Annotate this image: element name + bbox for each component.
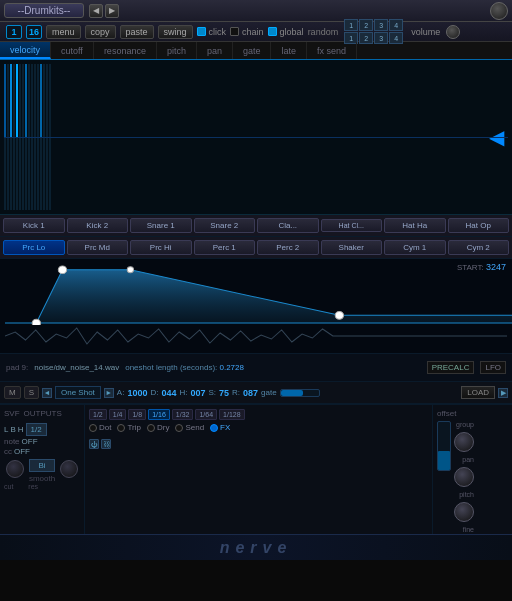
tab-gate[interactable]: gate xyxy=(233,42,272,59)
pad-snare2[interactable]: Snare 2 xyxy=(194,218,256,233)
num-cell-7[interactable]: 3 xyxy=(374,32,388,44)
note-row: note OFF xyxy=(4,437,80,446)
step-1-4[interactable]: 1/4 xyxy=(109,409,127,420)
waveform-area[interactable]: START: 3247 xyxy=(0,259,512,354)
seq-cell[interactable] xyxy=(4,64,6,137)
pad-shaker[interactable]: Shaker xyxy=(321,240,383,255)
dot-radio[interactable] xyxy=(89,424,97,432)
lfo-button[interactable]: LFO xyxy=(480,361,506,374)
prev-mode-button[interactable]: ◄ xyxy=(42,388,52,398)
global-checkbox[interactable] xyxy=(268,27,277,36)
pad-snare1[interactable]: Snare 1 xyxy=(130,218,192,233)
power-icon[interactable]: ⏻ xyxy=(89,439,99,449)
tab-late[interactable]: late xyxy=(271,42,307,59)
fx-radio[interactable] xyxy=(210,424,218,432)
chain-label: chain xyxy=(242,27,264,37)
tab-fx-send[interactable]: fx send xyxy=(307,42,357,59)
seq-cell-active[interactable] xyxy=(10,64,12,137)
tab-resonance[interactable]: resonance xyxy=(94,42,157,59)
pad-kick2[interactable]: Kick 2 xyxy=(67,218,129,233)
num-cell-3[interactable]: 3 xyxy=(374,19,388,31)
trip-radio[interactable] xyxy=(117,424,125,432)
group-label: group xyxy=(456,421,474,428)
load-button[interactable]: LOAD xyxy=(461,386,495,399)
precalc-button[interactable]: PRECALC xyxy=(427,361,475,374)
copy-button[interactable]: copy xyxy=(85,25,116,39)
next-drumkit-button[interactable]: ▶ xyxy=(105,4,119,18)
step-1-64[interactable]: 1/64 xyxy=(195,409,217,420)
step-1-2[interactable]: 1/2 xyxy=(89,409,107,420)
tab-cutoff[interactable]: cutoff xyxy=(51,42,94,59)
cut-knob[interactable] xyxy=(6,460,24,478)
num-cell-2[interactable]: 2 xyxy=(359,19,373,31)
dot-option[interactable]: Dot xyxy=(89,423,111,432)
seq-cell-active[interactable] xyxy=(16,64,18,137)
step-count-1[interactable]: 1 xyxy=(6,25,22,39)
main-knob[interactable] xyxy=(490,2,508,20)
num-cell-6[interactable]: 2 xyxy=(359,32,373,44)
send-option[interactable]: Send xyxy=(175,423,204,432)
fx-option[interactable]: FX xyxy=(210,423,230,432)
pad-perc2[interactable]: Perc 2 xyxy=(257,240,319,255)
pad-cym2[interactable]: Cym 2 xyxy=(448,240,510,255)
pad-perc1[interactable]: Perc 1 xyxy=(194,240,256,255)
tab-pan[interactable]: pan xyxy=(197,42,233,59)
drumkit-label[interactable]: --Drumkits-- xyxy=(4,3,84,18)
offset-slider[interactable] xyxy=(437,421,451,471)
step-1-8[interactable]: 1/8 xyxy=(128,409,146,420)
load-next-button[interactable]: ▶ xyxy=(498,388,508,398)
paste-button[interactable]: paste xyxy=(120,25,154,39)
seq-cell[interactable] xyxy=(16,138,18,211)
dry-option[interactable]: Dry xyxy=(147,423,169,432)
prev-drumkit-button[interactable]: ◀ xyxy=(89,4,103,18)
trip-option[interactable]: Trip xyxy=(117,423,140,432)
pad-cla[interactable]: Cla... xyxy=(257,218,319,233)
m-button[interactable]: M xyxy=(4,386,21,399)
volume-knob[interactable] xyxy=(446,25,460,39)
sequencer-area[interactable]: ◀ xyxy=(0,60,512,215)
seq-cell[interactable] xyxy=(4,138,6,211)
pad-cym1[interactable]: Cym 1 xyxy=(384,240,446,255)
num-cell-8[interactable]: 4 xyxy=(389,32,403,44)
step-1-128[interactable]: 1/128 xyxy=(219,409,245,420)
note-value: OFF xyxy=(22,437,38,446)
pad-hat-ha[interactable]: Hat Ha xyxy=(384,218,446,233)
step-count-2[interactable]: 16 xyxy=(26,25,42,39)
seq-cell[interactable] xyxy=(25,138,27,211)
pan-knob[interactable] xyxy=(454,432,474,452)
next-mode-button[interactable]: ► xyxy=(104,388,114,398)
pitch-knob[interactable] xyxy=(454,467,474,487)
pad-hat-cl[interactable]: Hat Cl... xyxy=(321,219,383,232)
seq-cell[interactable] xyxy=(10,138,12,211)
link-icon[interactable]: ⛓ xyxy=(101,439,111,449)
send-radio[interactable] xyxy=(175,424,183,432)
step-1-16[interactable]: 1/16 xyxy=(148,409,170,420)
menu-button[interactable]: menu xyxy=(46,25,81,39)
chain-checkbox[interactable] xyxy=(230,27,239,36)
pad-prc-md[interactable]: Prc Md xyxy=(67,240,129,255)
d-label: D: xyxy=(150,388,158,397)
tab-pitch[interactable]: pitch xyxy=(157,42,197,59)
seq-cell-active[interactable] xyxy=(40,64,42,137)
pad-hat-op[interactable]: Hat Op xyxy=(448,218,510,233)
slider-knobs-row: group pan pitch fine xyxy=(437,421,508,533)
gate-slider[interactable] xyxy=(280,389,320,397)
num-cell-4[interactable]: 4 xyxy=(389,19,403,31)
s-button[interactable]: S xyxy=(24,386,39,399)
mode-display[interactable]: One Shot xyxy=(55,386,101,399)
bi-button[interactable]: Bi xyxy=(29,459,54,472)
step-1-32[interactable]: 1/32 xyxy=(172,409,194,420)
dry-radio[interactable] xyxy=(147,424,155,432)
fine-knob[interactable] xyxy=(454,502,474,522)
pad-prc-lo[interactable]: Prc Lo xyxy=(3,240,65,255)
click-checkbox[interactable] xyxy=(197,27,206,36)
res-knob[interactable] xyxy=(60,460,78,478)
num-cell-1[interactable]: 1 xyxy=(344,19,358,31)
tab-velocity[interactable]: velocity xyxy=(0,42,51,59)
seq-cell[interactable] xyxy=(40,138,42,211)
seq-cell-active[interactable] xyxy=(25,64,27,137)
pad-prc-hi[interactable]: Prc Hi xyxy=(130,240,192,255)
swing-button[interactable]: swing xyxy=(158,25,193,39)
output-button[interactable]: 1/2 xyxy=(26,423,47,436)
pad-kick1[interactable]: Kick 1 xyxy=(3,218,65,233)
